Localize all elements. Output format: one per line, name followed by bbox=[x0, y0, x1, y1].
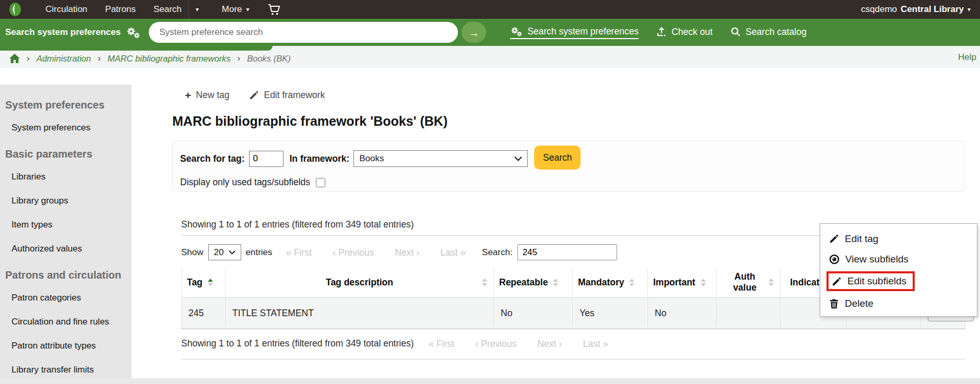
chevron-down-icon bbox=[229, 250, 235, 255]
page-title: MARC bibliographic framework 'Books' (BK… bbox=[172, 114, 980, 129]
show-label: Show bbox=[181, 247, 204, 258]
sidebar-item-system-preferences[interactable]: System preferences bbox=[0, 116, 132, 140]
search-submit-button[interactable]: → bbox=[462, 22, 486, 43]
link-check-out[interactable]: Check out bbox=[656, 27, 713, 39]
eye-icon bbox=[829, 254, 840, 265]
home-icon[interactable] bbox=[9, 54, 20, 63]
sidebar-item-libraries[interactable]: Libraries bbox=[0, 165, 132, 189]
breadcrumb-marc-frameworks[interactable]: MARC bibliographic frameworks bbox=[108, 54, 231, 64]
page-size-value: 20 bbox=[214, 247, 224, 258]
search-prefs-tab-label: Search system preferences bbox=[5, 27, 121, 38]
sort-icon bbox=[701, 279, 706, 286]
help-link[interactable]: Help bbox=[958, 52, 976, 63]
sidebar-item-patron-categories[interactable]: Patron categories bbox=[0, 286, 132, 310]
framework-select-value: Books bbox=[359, 153, 384, 164]
pagination-first-label: First bbox=[436, 339, 454, 349]
pagination-next[interactable]: Next › bbox=[537, 338, 562, 350]
new-tag-button[interactable]: + New tag bbox=[185, 90, 229, 101]
table-footer: Showing 1 to 1 of 1 entries (filtered fr… bbox=[181, 338, 980, 350]
admin-sidebar: System preferences System preferences Ba… bbox=[0, 85, 132, 384]
user-login: csqdemo bbox=[861, 4, 897, 15]
cell-important: No bbox=[648, 297, 717, 329]
tag-search-button[interactable]: Search bbox=[534, 146, 581, 170]
pagination-previous[interactable]: ‹ Previous bbox=[475, 338, 516, 350]
menu-item-label: View subfields bbox=[845, 254, 908, 265]
column-label: Mandatory bbox=[578, 277, 624, 288]
sidebar-item-item-types[interactable]: Item types bbox=[0, 213, 132, 237]
cell-mandatory: Yes bbox=[573, 297, 648, 329]
table-info-bottom: Showing 1 to 1 of 1 entries (filtered fr… bbox=[181, 338, 414, 349]
pagination-next[interactable]: Next › bbox=[395, 247, 419, 258]
nav-search[interactable]: Search bbox=[145, 0, 188, 19]
nav-more[interactable]: More ▾ bbox=[213, 0, 258, 19]
menu-item-edit-tag[interactable]: Edit tag bbox=[820, 229, 977, 249]
chevron-down-icon: ▾ bbox=[967, 6, 971, 13]
pagination-last[interactable]: Last » bbox=[583, 338, 608, 350]
menu-item-label: Delete bbox=[845, 298, 873, 309]
link-search-system-preferences[interactable]: Search system preferences bbox=[510, 26, 639, 39]
pagination-bottom: « First ‹ Previous Next › Last » bbox=[429, 338, 609, 350]
display-used-tags-checkbox[interactable] bbox=[316, 178, 325, 187]
framework-select[interactable]: Books bbox=[353, 150, 528, 167]
edit-framework-button[interactable]: Edit framework bbox=[249, 90, 325, 101]
column-header-mandatory[interactable]: Mandatory bbox=[573, 268, 648, 297]
in-framework-label: In framework: bbox=[290, 153, 350, 164]
system-preference-search-input[interactable] bbox=[149, 22, 458, 43]
menu-item-edit-subfields[interactable]: Edit subfields bbox=[820, 269, 977, 293]
nav-patrons[interactable]: Patrons bbox=[96, 0, 145, 19]
menu-item-view-subfields[interactable]: View subfields bbox=[820, 249, 977, 269]
nav-more-label: More bbox=[222, 4, 242, 15]
column-header-tag-description[interactable]: Tag description bbox=[226, 268, 494, 297]
pagination-first[interactable]: « First bbox=[286, 247, 312, 258]
search-prefs-tab: Search system preferences bbox=[0, 26, 149, 39]
sort-icon bbox=[208, 279, 213, 286]
nav-circulation[interactable]: Circulation bbox=[37, 0, 96, 19]
display-used-tags-label: Display only used tags/subfields bbox=[180, 177, 310, 188]
sort-icon bbox=[553, 279, 558, 286]
breadcrumb-current-page: Books (BK) bbox=[247, 54, 290, 64]
link-search-catalog[interactable]: Search catalog bbox=[730, 27, 807, 39]
user-library: Central Library bbox=[901, 4, 964, 15]
column-header-tag[interactable]: Tag bbox=[182, 268, 226, 297]
koha-logo-icon[interactable] bbox=[8, 2, 22, 17]
tag-search-input[interactable] bbox=[249, 151, 284, 167]
tag-search-panel: Search for tag: In framework: Books Sear… bbox=[172, 140, 965, 191]
pagination-previous[interactable]: ‹ Previous bbox=[333, 247, 374, 258]
breadcrumb-separator: › bbox=[27, 53, 30, 64]
menu-item-delete[interactable]: Delete bbox=[820, 293, 977, 314]
top-navbar: Circulation Patrons Search ▾ More ▾ csqd… bbox=[0, 0, 980, 19]
cell-tag: 245 bbox=[182, 297, 226, 329]
column-label: Important bbox=[653, 277, 695, 288]
checkout-icon bbox=[656, 27, 667, 37]
pagination-next-label: Next bbox=[537, 339, 556, 349]
page-toolbar: + New tag Edit framework bbox=[185, 90, 980, 101]
koha-staff-page: Circulation Patrons Search ▾ More ▾ csqd… bbox=[0, 0, 980, 384]
column-header-important[interactable]: Important bbox=[648, 268, 717, 297]
search-header-bar: Search system preferences bbox=[0, 19, 980, 46]
sort-icon bbox=[769, 279, 774, 286]
sidebar-item-circulation-fine-rules[interactable]: Circulation and fine rules bbox=[0, 310, 132, 334]
plus-icon: + bbox=[185, 90, 191, 101]
breadcrumb-separator: › bbox=[98, 53, 101, 64]
column-header-auth-value[interactable]: Auth value bbox=[717, 268, 781, 297]
logged-in-user-menu[interactable]: csqdemo Central Library ▾ bbox=[861, 4, 973, 15]
footer-strip bbox=[0, 378, 980, 384]
sidebar-item-library-groups[interactable]: Library groups bbox=[0, 189, 132, 213]
pencil-icon bbox=[829, 234, 839, 244]
table-search-input[interactable] bbox=[517, 244, 617, 260]
page-size-select[interactable]: 20 bbox=[208, 244, 241, 260]
nav-search-dropdown-caret-icon[interactable]: ▾ bbox=[189, 0, 206, 19]
pagination-first[interactable]: « First bbox=[429, 338, 454, 350]
sidebar-item-patron-attribute-types[interactable]: Patron attribute types bbox=[0, 334, 132, 358]
sidebar-item-authorized-values[interactable]: Authorized values bbox=[0, 237, 132, 261]
pagination-top: « First ‹ Previous Next › Last » bbox=[286, 247, 466, 258]
column-label: Tag bbox=[187, 277, 203, 288]
quick-links: Search system preferences Check out bbox=[510, 26, 807, 39]
pagination-last-label: Last bbox=[441, 247, 458, 258]
cart-icon[interactable] bbox=[258, 0, 290, 19]
pagination-last[interactable]: Last » bbox=[441, 247, 466, 258]
column-header-repeatable[interactable]: Repeatable bbox=[494, 268, 573, 297]
cell-tag-description: TITLE STATEMENT bbox=[226, 297, 494, 329]
actions-dropdown-menu: Edit tag View subfields Edit subfields bbox=[820, 223, 977, 317]
breadcrumb-administration[interactable]: Administration bbox=[37, 54, 91, 64]
